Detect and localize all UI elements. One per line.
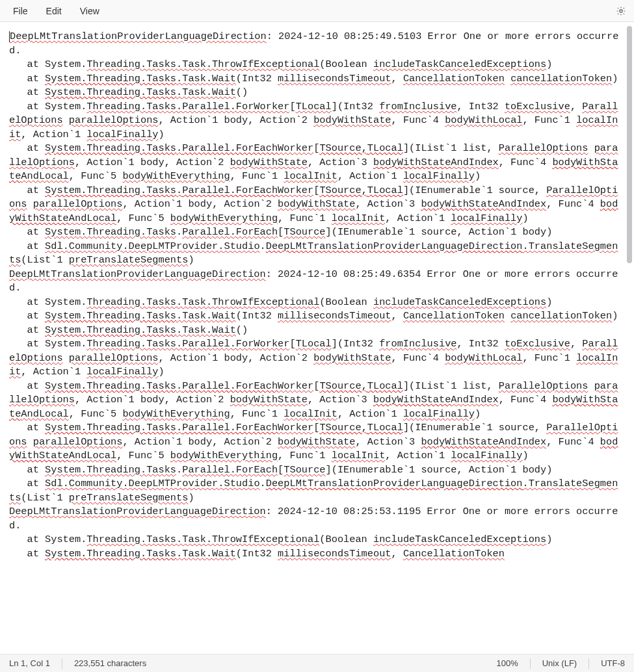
status-encoding[interactable]: UTF-8	[598, 658, 627, 668]
status-zoom[interactable]: 100%	[494, 658, 520, 668]
menu-file[interactable]: File	[4, 3, 37, 19]
settings-button[interactable]	[612, 5, 630, 16]
status-sep	[530, 658, 531, 669]
menu-edit[interactable]: Edit	[37, 3, 71, 19]
text-editor[interactable]: DeepLMtTranslationProviderLanguageDirect…	[0, 22, 634, 654]
status-cursor[interactable]: Ln 1, Col 1	[7, 658, 53, 668]
editor-area: DeepLMtTranslationProviderLanguageDirect…	[0, 22, 634, 654]
status-sep	[62, 658, 62, 669]
scrollbar-track[interactable]	[626, 26, 633, 650]
svg-point-0	[620, 10, 622, 12]
menubar: File Edit View	[0, 0, 634, 22]
statusbar: Ln 1, Col 1 223,551 characters 100% Unix…	[0, 654, 634, 672]
scrollbar-thumb[interactable]	[627, 26, 632, 263]
gear-icon	[616, 5, 626, 16]
menu-view[interactable]: View	[71, 3, 109, 19]
app-window: File Edit View DeepLMtTranslationProvide…	[0, 0, 634, 672]
status-chars[interactable]: 223,551 characters	[72, 658, 149, 668]
status-line-ending[interactable]: Unix (LF)	[540, 658, 579, 668]
status-sep	[588, 658, 589, 669]
